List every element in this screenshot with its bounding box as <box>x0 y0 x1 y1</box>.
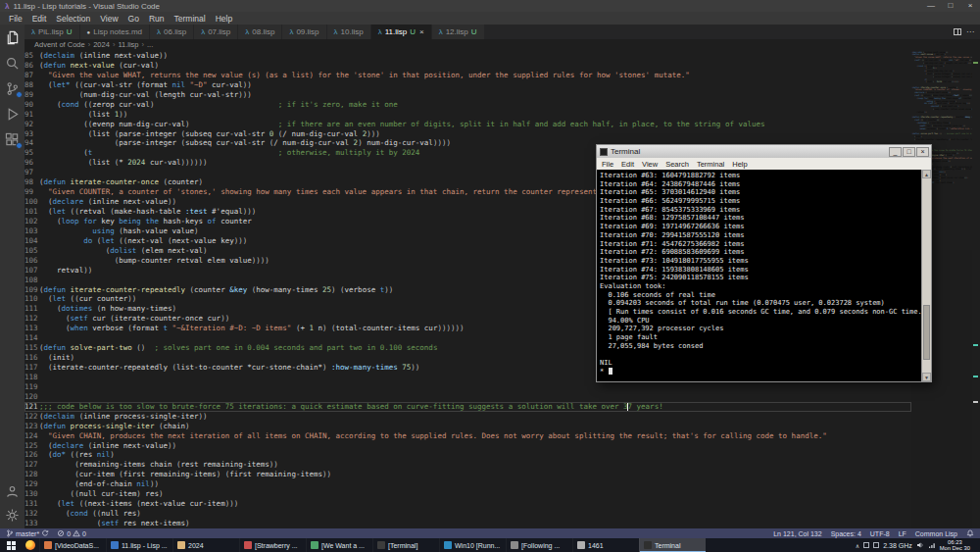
tab-09-lisp[interactable]: λ09.lisp <box>282 25 326 39</box>
start-button[interactable] <box>0 538 22 552</box>
tab-10-lisp[interactable]: λ10.lisp <box>327 25 371 39</box>
maximize-button[interactable]: □ <box>941 0 960 12</box>
code-line-87[interactable]: 87 "Given the value WHAT, returns the ne… <box>24 71 911 80</box>
taskbar-item-win10-runn[interactable]: Win10 [Runn... <box>439 538 506 552</box>
menu-item-terminal[interactable]: Terminal <box>170 14 211 24</box>
code-line-90[interactable]: 90 (cond ((zerop cur-val) ; if it's zero… <box>24 100 911 110</box>
scrollbar-thumb[interactable] <box>923 305 930 360</box>
code-line-128[interactable]: 128 (cur-item (first remaining-items) (f… <box>24 470 911 479</box>
tab-12-lisp[interactable]: λ12.lispU <box>432 25 485 39</box>
network-icon[interactable] <box>928 541 936 549</box>
code-line-120[interactable]: 120 <box>24 392 911 402</box>
code-line-121[interactable]: 121;;; code below is too slow to brute-f… <box>24 402 911 412</box>
code-line-132[interactable]: 132 (cond ((null res) <box>24 509 911 519</box>
account-icon[interactable] <box>5 484 20 499</box>
code-line-126[interactable]: 126 (do* ((res nil) <box>24 450 911 460</box>
code-line-125[interactable]: 125 (declare (inline next-value)) <box>24 441 911 451</box>
sync-icon[interactable] <box>41 529 49 537</box>
code-line-89[interactable]: 89 (num-dig-cur-val (length cur-val-str)… <box>24 90 911 100</box>
terminal-output[interactable]: Iteration #63: 1604791882792 itemsIterat… <box>597 170 921 381</box>
code-line-130[interactable]: 130 ((null cur-item) res) <box>24 489 911 499</box>
extensions-icon[interactable] <box>5 132 20 147</box>
tray-icon[interactable] <box>873 542 879 548</box>
taskbar-item-terminal[interactable]: [Terminal] <box>372 538 439 552</box>
tab-close-icon[interactable]: × <box>419 27 424 36</box>
taskbar-clock[interactable]: 06:23 Mon Dec 30 <box>940 539 970 551</box>
notifications-bell-icon[interactable] <box>966 529 974 537</box>
terminal-menu-item-help[interactable]: Help <box>728 160 751 169</box>
code-line-129[interactable]: 129 (end-of-chain nil)) <box>24 479 911 489</box>
tab-11-lisp[interactable]: λ11.lispU× <box>371 25 432 39</box>
menu-item-view[interactable]: View <box>95 14 122 24</box>
code-line-93[interactable]: 93 (list (parse-integer (subseq cur-val-… <box>24 129 911 139</box>
run-debug-icon[interactable] <box>5 107 20 122</box>
code-line-85[interactable]: 85(declaim (inline next-value)) <box>24 51 911 61</box>
eol-setting[interactable]: LF <box>899 530 906 537</box>
terminal-close-button[interactable]: × <box>916 147 929 157</box>
indentation-setting[interactable]: Spaces: 4 <box>831 530 861 537</box>
code-line-86[interactable]: 86(defun next-value (cur-val) <box>24 61 911 71</box>
terminal-menu-item-terminal[interactable]: Terminal <box>693 160 728 169</box>
overview-ruler[interactable] <box>972 50 980 528</box>
taskbar-item-following[interactable]: [Following ... <box>506 538 572 552</box>
terminal-menu-item-edit[interactable]: Edit <box>617 160 638 169</box>
terminal-maximize-button[interactable]: □ <box>903 147 915 157</box>
hidden-icons-chevron-icon[interactable]: ∧ <box>856 542 859 549</box>
taskbar-item-strawberry[interactable]: [Strawberry ... <box>239 538 306 552</box>
close-button[interactable]: × <box>960 0 980 12</box>
menu-item-file[interactable]: File <box>4 14 27 24</box>
search-icon[interactable] <box>5 56 20 71</box>
explorer-icon[interactable] <box>5 30 20 45</box>
source-control-icon[interactable] <box>5 81 20 96</box>
breadcrumb-item-11-lisp[interactable]: 11.lisp <box>118 40 138 49</box>
encoding-setting[interactable]: UTF-8 <box>870 530 890 537</box>
taskbar-item-videodatas[interactable]: [VideoDataS... <box>39 538 106 552</box>
git-branch-indicator[interactable]: master* <box>6 529 49 537</box>
scroll-down-arrow[interactable]: ▼ <box>922 373 931 381</box>
tab-pil-lisp[interactable]: λPiL.lispU <box>24 25 80 39</box>
code-line-122[interactable]: 122(declaim (inline process-single-iter)… <box>24 412 911 422</box>
menu-item-run[interactable]: Run <box>144 14 170 24</box>
terminal-menu-item-search[interactable]: Search <box>662 160 693 169</box>
more-actions-icon[interactable]: ⋯ <box>966 27 974 36</box>
taskbar-item-11-lisp-lisp[interactable]: 11.lisp - Lisp ... <box>106 538 172 552</box>
code-line-119[interactable]: 119 <box>24 382 911 392</box>
minimize-button[interactable]: — <box>921 0 941 12</box>
taskbar-item-2024[interactable]: 2024 <box>172 538 239 552</box>
breadcrumb-item-[interactable]: ... <box>147 40 153 49</box>
tab-08-lisp[interactable]: λ08.lisp <box>238 25 282 39</box>
code-line-127[interactable]: 127 (remaining-items chain (rest remaini… <box>24 460 911 470</box>
settings-gear-icon[interactable] <box>5 508 20 523</box>
menu-item-edit[interactable]: Edit <box>27 14 52 24</box>
menu-item-go[interactable]: Go <box>123 14 144 24</box>
code-line-91[interactable]: 91 (list 1)) <box>24 110 911 120</box>
tab-lisp-notes-md[interactable]: ●Lisp notes.md <box>80 25 150 39</box>
code-line-92[interactable]: 92 ((evenp num-dig-cur-val) ; if there a… <box>24 120 911 129</box>
terminal-minimize-button[interactable]: _ <box>889 147 902 157</box>
terminal-title-bar[interactable]: Terminal _ □ × <box>597 145 931 158</box>
menu-item-help[interactable]: Help <box>211 14 237 24</box>
cursor-position[interactable]: Ln 121, Col 132 <box>773 530 821 537</box>
split-editor-icon[interactable] <box>954 28 961 35</box>
volume-icon[interactable] <box>916 541 924 549</box>
language-mode[interactable]: Common Lisp <box>915 530 957 537</box>
tray-icon[interactable] <box>863 542 869 548</box>
firefox-icon[interactable] <box>22 538 39 552</box>
code-line-88[interactable]: 88 (let* ((cur-val-str (format nil "~D" … <box>24 80 911 90</box>
code-line-133[interactable]: 133 (setf res next-items) <box>24 519 911 528</box>
taskbar-item-terminal[interactable]: Terminal <box>639 538 706 552</box>
terminal-menu-item-view[interactable]: View <box>638 160 662 169</box>
taskbar-item-1461[interactable]: 1461 <box>572 538 639 552</box>
scroll-up-arrow[interactable]: ▲ <box>922 170 931 178</box>
code-line-131[interactable]: 131 (let ((next-items (next-value cur-it… <box>24 499 911 509</box>
breadcrumb-item-advent-of-code[interactable]: Advent of Code <box>34 40 85 49</box>
code-line-124[interactable]: 124 "Given CHAIN, produces the next iter… <box>24 431 911 441</box>
terminal-menu-item-file[interactable]: File <box>598 160 617 169</box>
taskbar-item-we-want-a[interactable]: [We Want a ... <box>306 538 372 552</box>
breadcrumb-item-2024[interactable]: 2024 <box>93 40 110 49</box>
menu-item-selection[interactable]: Selection <box>51 14 95 24</box>
tab-07-lisp[interactable]: λ07.lisp <box>194 25 238 39</box>
problems-indicator[interactable]: 0 0 <box>57 529 86 537</box>
terminal-scrollbar[interactable]: ▲ ▼ <box>921 170 931 381</box>
tab-06-lisp[interactable]: λ06.lisp <box>150 25 194 39</box>
